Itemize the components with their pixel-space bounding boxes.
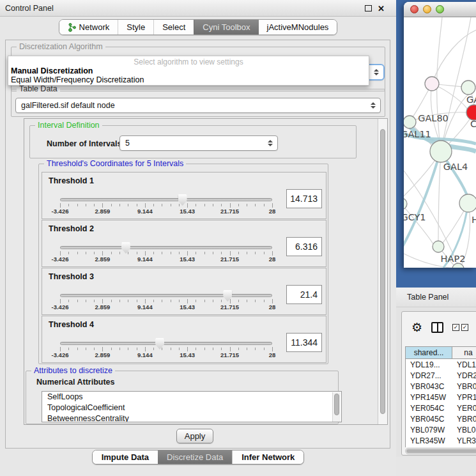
split-table-icon[interactable] (431, 322, 443, 333)
table-cell: YBL0 (452, 424, 476, 435)
vertical-scrollbar[interactable] (378, 119, 387, 424)
table-row[interactable]: YDL19...YDL1 (406, 359, 476, 370)
attribute-item[interactable]: BetweennessCentrality (42, 413, 341, 422)
ruler-tick (162, 300, 162, 302)
ruler-tick (94, 300, 95, 302)
node-hap2[interactable] (433, 241, 444, 252)
horizontal-scrollbar[interactable] (405, 448, 476, 454)
tab-cyni-toolbox[interactable]: Cyni Toolbox (194, 20, 258, 35)
table-row[interactable]: YBL079WYBL0 (406, 424, 476, 435)
network-canvas[interactable]: GAL80GACGAL11GAL4GCY1HHAP2 (404, 17, 476, 268)
table-row[interactable]: YPR145WYPR1 (406, 392, 476, 403)
attribute-item[interactable]: TopologicalCoefficient (42, 403, 341, 413)
ruler-tick (221, 348, 222, 350)
tab-style[interactable]: Style (118, 20, 153, 35)
ruler-tick (264, 300, 265, 302)
slider-track[interactable] (60, 246, 272, 249)
network-window-titlebar[interactable] (404, 2, 476, 17)
tab-network[interactable]: Network (59, 20, 118, 35)
table-row[interactable]: YER054CYER0 (406, 403, 476, 413)
apply-button[interactable]: Apply (176, 429, 213, 443)
column-header-shared[interactable]: shared... (406, 347, 452, 358)
ruler-tick-label: 2.859 (95, 208, 111, 215)
table-row[interactable]: YBR045CYBR0 (406, 413, 476, 424)
ruler-tick (77, 204, 78, 206)
node-h[interactable] (459, 194, 476, 212)
ruler-tick-label: -3.426 (52, 303, 69, 311)
slider-track[interactable] (60, 342, 272, 345)
ruler-tick (153, 348, 154, 350)
close-icon[interactable]: ✕ (378, 4, 385, 13)
node-table[interactable]: shared...na YDL19...YDL1YDR27...YDR2YBR0… (405, 346, 476, 447)
ruler-tick (77, 252, 78, 254)
tab-label: Network (79, 22, 110, 32)
numerical-attributes-list[interactable]: SelfLoopsTopologicalCoefficientBetweenne… (42, 391, 342, 422)
ruler-tick-label: 9.144 (137, 351, 153, 358)
checkbox-icon[interactable]: ✓ (452, 324, 459, 331)
ruler-tick-label: -3.426 (52, 351, 69, 358)
threshold-value-field[interactable]: 6.316 (286, 237, 322, 256)
threshold-value-field[interactable]: 21.4 (286, 285, 322, 304)
ruler-tick-label: 15.43 (180, 208, 195, 215)
thresholds-group: Threshold's Coordinates for 5 Intervals … (38, 164, 328, 364)
ruler-tick (196, 252, 196, 254)
tab-impute-data[interactable]: Impute Data (93, 450, 158, 464)
node-red[interactable] (466, 105, 476, 120)
tab-group: NetworkStyleSelectCyni ToolboxjActiveMNo… (59, 19, 338, 35)
table-row[interactable]: YIL052CYIL0 (406, 446, 476, 447)
table-row[interactable]: YBR043CYBR0 (406, 381, 476, 392)
node-label: H (472, 215, 476, 225)
combo-arrows-icon (374, 69, 379, 75)
ruler-tick (230, 299, 231, 303)
threshold-panel: Threshold 4 -3.4262.8599.14415.4321.7152… (42, 316, 326, 363)
threshold-value-field[interactable]: 11.344 (286, 333, 322, 352)
ruler-tick (187, 347, 188, 351)
attributes-scrollbar[interactable] (332, 392, 341, 422)
maximize-window-icon[interactable] (436, 5, 444, 13)
ruler-tick-label: 28 (269, 351, 276, 358)
ruler-tick (196, 300, 196, 302)
ruler-tick (162, 204, 162, 206)
tab-discretize-data[interactable]: Discretize Data (158, 450, 232, 464)
slider-track[interactable] (60, 294, 272, 297)
ruler-tick (213, 348, 213, 350)
tab-select[interactable]: Select (153, 20, 194, 35)
table-row[interactable]: YDR27...YDR2 (406, 370, 476, 381)
ruler-tick (171, 348, 171, 350)
slider-tick-labels: -3.4262.8599.14415.4321.71528 (60, 208, 272, 215)
dropdown-option-equal-width-frequency[interactable]: Equal Width/Frequency Discretization (8, 75, 369, 84)
checkbox-icon[interactable]: ✓ (461, 324, 468, 331)
close-window-icon[interactable] (410, 5, 418, 13)
node-label: GAL11 (404, 129, 431, 139)
tab-label: Cyni Toolbox (203, 22, 250, 32)
node-gal11[interactable] (404, 116, 416, 128)
bottom-tab-group: Impute DataDiscretize DataInfer Network (92, 450, 305, 464)
slider-track[interactable] (60, 198, 272, 201)
node-top-right[interactable] (461, 81, 475, 95)
ruler-tick (86, 348, 86, 350)
dropdown-option-manual-discretization[interactable]: Manual Discretization (8, 66, 369, 75)
node-gcy1[interactable] (404, 198, 407, 210)
table-row[interactable]: YLR345WYLR3 (406, 435, 476, 446)
tab-infer-network[interactable]: Infer Network (232, 450, 303, 464)
node-gal80[interactable] (425, 77, 439, 91)
threshold-value-field[interactable]: 14.713 (286, 189, 322, 208)
table-data-combobox[interactable]: galFiltered.sif default node (15, 98, 381, 113)
column-header-na[interactable]: na (452, 347, 476, 358)
ruler-tick (264, 348, 265, 350)
threshold-label: Threshold 2 (49, 224, 94, 233)
network-window[interactable]: GAL80GACGAL11GAL4GCY1HHAP2 (404, 2, 476, 268)
ruler-tick-label: 28 (269, 208, 276, 215)
panel-title: Control Panel (5, 4, 54, 13)
gear-icon[interactable]: ⚙ (411, 321, 422, 334)
tab-jactivemnodules[interactable]: jActiveMNodules (259, 20, 337, 35)
number-of-intervals-combobox[interactable]: 5 (119, 135, 278, 151)
minimize-window-icon[interactable] (423, 5, 431, 13)
attribute-item[interactable]: SelfLoops (42, 392, 341, 403)
threshold-panel: Threshold 1 -3.4262.8599.14415.4321.7152… (42, 172, 326, 219)
node-gal4[interactable] (430, 141, 452, 162)
tab-label: jActiveMNodules (267, 22, 329, 32)
table-cell: YER0 (452, 403, 476, 413)
table-panel-inner: ⚙ ✓ ✓ shared...na YDL19...YDL1YDR27...YD… (401, 311, 476, 456)
float-window-icon[interactable] (365, 5, 372, 12)
